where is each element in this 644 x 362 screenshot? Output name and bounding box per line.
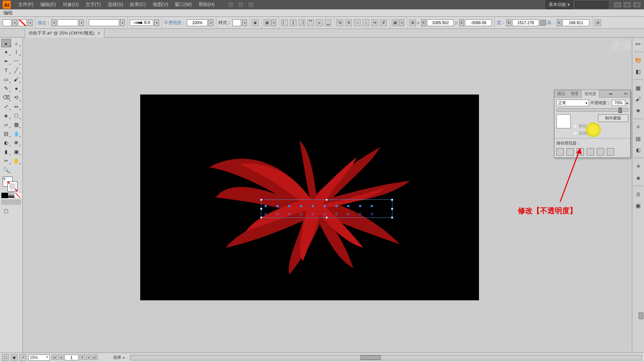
perspective-tool[interactable]: ▱ bbox=[1, 120, 11, 129]
h-step[interactable]: ⇅ bbox=[557, 19, 561, 26]
fill-swatch[interactable] bbox=[3, 19, 11, 26]
stroke-swatch[interactable] bbox=[18, 19, 27, 26]
artboard-number-dropdown[interactable]: ▾ bbox=[79, 355, 85, 360]
pathfinder-trim-icon[interactable] bbox=[607, 148, 614, 156]
free-transform-tool[interactable]: ◈ bbox=[1, 111, 11, 120]
layers-panel-icon[interactable]: ≣ bbox=[634, 190, 642, 198]
line-tool[interactable]: ╱ bbox=[12, 66, 21, 74]
arrange-icon[interactable] bbox=[238, 2, 244, 8]
align-right-icon[interactable]: ▕ bbox=[299, 19, 305, 26]
distribute-v-icon[interactable]: ⇅ bbox=[345, 19, 352, 26]
pencil-tool[interactable]: ✎ bbox=[1, 84, 11, 93]
distribute-h-icon[interactable]: ⇆ bbox=[336, 19, 343, 26]
color-mode-gradient[interactable] bbox=[8, 193, 15, 198]
stroke-weight-step[interactable]: ▾ bbox=[79, 19, 84, 26]
handle-bl[interactable] bbox=[260, 217, 262, 219]
stroke-weight-input[interactable] bbox=[57, 19, 78, 26]
blend-mode-select[interactable]: 正常 bbox=[556, 100, 589, 106]
transparency-panel-icon[interactable]: ◐ bbox=[634, 146, 642, 154]
scale-tool[interactable]: ⤢ bbox=[1, 102, 11, 111]
screen-mode-icon[interactable]: ▢ bbox=[1, 207, 11, 215]
zoom-tool[interactable]: 🔍 bbox=[1, 166, 11, 174]
rectangle-tool[interactable]: ▭ bbox=[1, 75, 11, 83]
selection-bbox[interactable] bbox=[261, 199, 392, 218]
magic-wand-tool[interactable]: ✦ bbox=[1, 48, 11, 56]
status-flyout-icon[interactable]: ▸ bbox=[123, 356, 125, 359]
panel-collapse-icon[interactable]: ◂▸ bbox=[607, 92, 615, 96]
menu-view[interactable]: 视图(V) bbox=[149, 2, 172, 8]
swatches-panel-icon[interactable]: ▦ bbox=[634, 84, 642, 92]
w-input[interactable] bbox=[512, 19, 539, 26]
fill-dropdown[interactable]: ▾ bbox=[12, 19, 17, 26]
stroke-indicator[interactable] bbox=[7, 181, 17, 191]
selection-tool[interactable]: ▴ bbox=[1, 39, 11, 47]
transform-drop[interactable]: ▾ bbox=[399, 19, 404, 26]
flip-v-icon[interactable]: ⇵ bbox=[380, 19, 387, 26]
menu-file[interactable]: 文件(F) bbox=[15, 2, 37, 8]
prev-artboard-button[interactable]: ◂ bbox=[58, 355, 63, 360]
last-artboard-button[interactable]: ▸| bbox=[92, 355, 98, 360]
panel-opacity-input[interactable] bbox=[612, 100, 625, 106]
w-step[interactable]: ⇅ bbox=[506, 19, 511, 26]
pen-tool[interactable]: ✒ bbox=[1, 57, 11, 65]
artboards-panel-icon[interactable]: ▣ bbox=[634, 201, 642, 209]
rotate-tool[interactable]: ⟲ bbox=[12, 93, 21, 102]
symbol-sprayer-tool[interactable]: ❋ bbox=[12, 138, 21, 147]
style-dropdown[interactable]: ▾ bbox=[242, 19, 247, 26]
canvas-area[interactable]: 虎课网 ▪ ▪ ▪ ▪ ▪ bbox=[23, 38, 644, 353]
vertical-scrollbar-thumb[interactable] bbox=[639, 312, 643, 319]
y-input[interactable] bbox=[465, 19, 492, 26]
minimize-button[interactable]: ─ bbox=[613, 1, 622, 8]
handle-tr[interactable] bbox=[391, 199, 393, 201]
make-mask-button[interactable]: 制作蒙版 bbox=[598, 114, 628, 122]
artboard-tool[interactable]: ▣ bbox=[12, 147, 21, 156]
h-input[interactable] bbox=[562, 19, 589, 26]
lasso-tool[interactable]: ⌇ bbox=[12, 48, 21, 56]
status-export-icon[interactable]: ↗ bbox=[19, 354, 26, 361]
brush-dropdown[interactable]: ▾ bbox=[154, 19, 159, 26]
type-tool[interactable]: T bbox=[1, 66, 11, 74]
opacity-flyout-icon[interactable]: ▸ bbox=[627, 101, 628, 105]
horizontal-scrollbar-thumb[interactable] bbox=[361, 355, 381, 360]
x-step[interactable]: ⇅ bbox=[421, 19, 426, 26]
brush-definition[interactable]: 基本 bbox=[130, 20, 153, 26]
opacity-slider-thumb[interactable] bbox=[619, 108, 622, 113]
ref-point-icon[interactable]: ⊞ bbox=[409, 19, 416, 26]
align-panel-drop[interactable]: ▾ bbox=[271, 19, 276, 26]
opacity-input[interactable] bbox=[187, 19, 208, 26]
draw-behind[interactable] bbox=[8, 199, 15, 205]
color-mode-solid[interactable] bbox=[1, 193, 8, 198]
mesh-tool[interactable]: ▦ bbox=[12, 120, 21, 129]
shape-builder-tool[interactable]: ⬡ bbox=[12, 111, 21, 120]
eyedropper-tool[interactable]: 💧 bbox=[12, 129, 21, 138]
appearance-panel-icon[interactable]: ☀ bbox=[634, 162, 642, 170]
next-artboard-button[interactable]: ▸ bbox=[86, 355, 91, 360]
options-more-icon[interactable]: ⊟ bbox=[594, 19, 601, 26]
draw-inside[interactable] bbox=[14, 199, 21, 205]
stroke-weight-dropdown[interactable]: ▾ bbox=[52, 19, 56, 26]
handle-bm[interactable] bbox=[326, 217, 328, 219]
width-tool[interactable]: ⇔ bbox=[12, 102, 21, 111]
stock-icon[interactable] bbox=[248, 2, 254, 8]
document-tab[interactable]: 仿粒子字.ai* @ 25% (CMYK/预览) ✕ bbox=[25, 28, 104, 38]
panel-menu-icon[interactable]: ▾≡ bbox=[622, 92, 630, 96]
style-swatch[interactable] bbox=[232, 19, 241, 26]
opacity-slider[interactable] bbox=[556, 108, 628, 112]
align-hcenter-icon[interactable]: ┇ bbox=[290, 19, 297, 26]
symbols-panel-icon[interactable]: ♣ bbox=[634, 107, 642, 115]
menu-select[interactable]: 选择(S) bbox=[104, 2, 127, 8]
menu-help[interactable]: 帮助(H) bbox=[195, 2, 218, 8]
clip-checkbox[interactable]: 剪切 bbox=[573, 123, 628, 129]
align-hgap-icon[interactable]: ↔ bbox=[354, 19, 361, 26]
handle-tm[interactable] bbox=[326, 199, 328, 201]
color-mode-none[interactable] bbox=[14, 193, 21, 198]
blob-brush-tool[interactable]: ● bbox=[12, 84, 21, 93]
fill-stroke-indicator[interactable]: ? bbox=[3, 177, 17, 191]
menu-type[interactable]: 文字(T) bbox=[82, 2, 104, 8]
align-left-icon[interactable]: ▏ bbox=[281, 19, 288, 26]
curvature-tool[interactable]: 〰 bbox=[12, 57, 21, 65]
panel-tab-stroke[interactable]: 描边 bbox=[554, 90, 568, 98]
maximize-button[interactable]: ▭ bbox=[623, 1, 632, 8]
menu-effect[interactable]: 效果(C) bbox=[126, 2, 149, 8]
x-input[interactable] bbox=[427, 19, 454, 26]
